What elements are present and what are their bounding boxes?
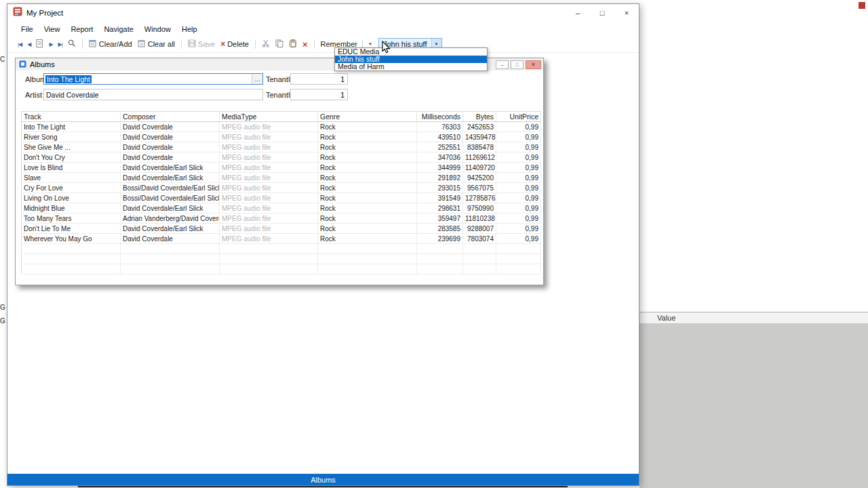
menu-item-window[interactable]: Window [139, 23, 176, 35]
grid-cell[interactable]: Into The Light [22, 122, 121, 132]
grid-cell[interactable]: Don't Lie To Me [22, 224, 121, 234]
clear-all-button[interactable]: Clear all [136, 38, 177, 50]
grid-cell[interactable]: MPEG audio file [220, 152, 318, 163]
grid-cell[interactable]: David Coverdale [121, 152, 220, 163]
record-view-button[interactable] [34, 38, 45, 50]
table-row[interactable]: Don't You CryDavid CoverdaleMPEG audio f… [22, 152, 541, 163]
grid-cell[interactable]: Rock [318, 152, 417, 163]
nav-first-button[interactable]: |◀ [16, 40, 24, 49]
grid-cell[interactable]: Rock [318, 173, 417, 183]
grid-cell[interactable]: MPEG audio file [220, 122, 318, 132]
grid-cell[interactable]: 291892 [417, 173, 463, 183]
grid-cell[interactable]: 359497 [417, 214, 463, 224]
grid-column-header-bytes[interactable]: Bytes [463, 112, 496, 122]
grid-cell[interactable]: 239699 [417, 234, 463, 244]
delete-button[interactable]: × Delete [218, 39, 251, 49]
grid-cell[interactable]: Rock [318, 142, 417, 152]
menu-item-help[interactable]: Help [176, 23, 203, 35]
cut-button[interactable] [260, 38, 272, 50]
close-button[interactable]: × [614, 4, 639, 22]
grid-cell[interactable]: 0,99 [496, 163, 541, 173]
dropdown-item-1[interactable]: John his stuff [335, 56, 487, 63]
grid-cell[interactable]: 11810238 [463, 214, 496, 224]
table-row[interactable]: SlaveDavid Coverdale/Earl SlickMPEG audi… [22, 173, 541, 183]
minimize-button[interactable]: – [566, 4, 590, 22]
grid-cell[interactable]: Bossi/David Coverdale/Earl Slick [121, 183, 220, 193]
grid-cell[interactable]: 76303 [417, 122, 463, 132]
grid-cell[interactable]: Living On Love [22, 193, 121, 203]
grid-column-header-composer[interactable]: Composer [121, 112, 220, 122]
grid-cell[interactable]: 0,99 [496, 122, 541, 132]
table-row[interactable]: She Give Me ...David CoverdaleMPEG audio… [22, 142, 541, 152]
grid-cell[interactable]: Wherever You May Go [22, 234, 121, 244]
albums-maximize-button[interactable]: □ [511, 60, 524, 69]
table-row[interactable]: Living On LoveBossi/David Coverdale/Earl… [22, 193, 541, 203]
albums-minimize-button[interactable]: – [496, 60, 509, 69]
table-row[interactable]: Cry For LoveBossi/David Coverdale/Earl S… [22, 183, 541, 193]
title-bar[interactable]: My Project – □ × [7, 4, 639, 22]
grid-cell[interactable]: MPEG audio file [220, 132, 318, 142]
grid-cell[interactable]: Bossi/David Coverdale/Earl Slick [121, 193, 220, 203]
menu-item-file[interactable]: File [16, 23, 39, 35]
table-row[interactable]: Don't Lie To MeDavid Coverdale/Earl Slic… [22, 224, 541, 234]
grid-column-header-mediatype[interactable]: MediaType [220, 112, 318, 122]
cancel-button[interactable]: × [300, 39, 310, 50]
album-input[interactable]: Into The Light … [43, 73, 263, 85]
nav-last-button[interactable]: ▶| [56, 40, 64, 49]
grid-cell[interactable]: MPEG audio file [220, 234, 318, 244]
artist-input[interactable]: David Coverdale [43, 89, 263, 100]
table-row[interactable]: Love Is BlindDavid Coverdale/Earl SlickM… [22, 163, 541, 173]
grid-column-header-unitprice[interactable]: UnitPrice [496, 112, 541, 122]
grid-cell[interactable]: 0,99 [496, 142, 541, 152]
grid-column-header-genre[interactable]: Genre [318, 112, 417, 122]
grid-cell[interactable]: David Coverdale/Earl Slick [121, 173, 220, 183]
menu-item-report[interactable]: Report [65, 23, 98, 35]
grid-cell[interactable]: David Coverdale/Earl Slick [121, 224, 220, 234]
grid-cell[interactable]: David Coverdale/Earl Slick [121, 163, 220, 173]
albums-close-button[interactable]: × [526, 60, 541, 69]
grid-cell[interactable]: 9567075 [463, 183, 496, 193]
grid-cell[interactable]: 0,99 [496, 234, 541, 244]
grid-cell[interactable]: 0,99 [496, 152, 541, 163]
grid-cell[interactable]: 344999 [417, 163, 463, 173]
grid-cell[interactable]: 347036 [417, 152, 463, 163]
clear-add-button[interactable]: Clear/Add [87, 38, 134, 50]
tenantid-field[interactable]: 1 [290, 89, 348, 100]
grid-cell[interactable]: Rock [318, 183, 417, 193]
grid-cell[interactable]: MPEG audio file [220, 203, 318, 214]
grid-cell[interactable]: 0,99 [496, 132, 541, 142]
grid-cell[interactable]: 0,99 [496, 173, 541, 183]
grid-cell[interactable]: Rock [318, 224, 417, 234]
save-button[interactable]: Save [186, 38, 217, 50]
grid-cell[interactable]: 12785876 [463, 193, 496, 203]
grid-cell[interactable]: Too Many Tears [22, 214, 121, 224]
grid-cell[interactable]: She Give Me ... [22, 142, 121, 152]
menu-item-navigate[interactable]: Navigate [98, 23, 138, 35]
grid-cell[interactable]: MPEG audio file [220, 183, 318, 193]
grid-cell[interactable]: 9288007 [463, 224, 496, 234]
grid-cell[interactable]: 0,99 [496, 183, 541, 193]
menu-item-view[interactable]: View [39, 23, 66, 35]
grid-cell[interactable]: Don't You Cry [22, 152, 121, 163]
grid-cell[interactable]: Cry For Love [22, 183, 121, 193]
tracks-table[interactable]: TrackComposerMediaTypeGenreMillisecondsB… [21, 111, 541, 274]
grid-cell[interactable]: 293015 [417, 183, 463, 193]
grid-cell[interactable]: Love Is Blind [22, 163, 121, 173]
grid-cell[interactable]: Midnight Blue [22, 203, 121, 214]
nav-next-button[interactable]: ▶ [47, 40, 54, 49]
grid-cell[interactable]: Slave [22, 173, 121, 183]
table-row[interactable]: Midnight BlueDavid Coverdale/Earl SlickM… [22, 203, 541, 214]
grid-cell[interactable]: David Coverdale [121, 122, 220, 132]
grid-cell[interactable]: 0,99 [496, 193, 541, 203]
grid-cell[interactable]: MPEG audio file [220, 224, 318, 234]
grid-cell[interactable]: 9750990 [463, 203, 496, 214]
grid-cell[interactable]: 439510 [417, 132, 463, 142]
grid-cell[interactable]: Rock [318, 122, 417, 132]
album-browse-button[interactable]: … [252, 74, 262, 84]
maximize-button[interactable]: □ [590, 4, 614, 22]
grid-cell[interactable]: Rock [318, 203, 417, 214]
grid-cell[interactable]: 7803074 [463, 234, 496, 244]
paste-button[interactable] [287, 38, 299, 50]
grid-cell[interactable]: Adrian Vanderberg/David Coverd [121, 214, 220, 224]
search-button[interactable] [66, 38, 78, 50]
